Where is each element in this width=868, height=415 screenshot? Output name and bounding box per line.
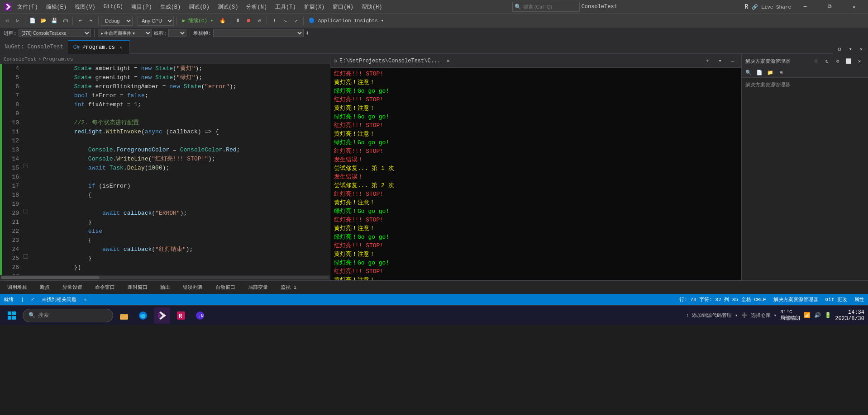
console-close-btn[interactable]: ✕ bbox=[443, 56, 453, 66]
rp-btn3[interactable]: 📁 bbox=[765, 68, 775, 78]
code-lines[interactable]: State amberLight = new State("黄灯"); Stat… bbox=[30, 64, 330, 275]
taskbar-dotnet[interactable]: .N bbox=[192, 307, 208, 324]
menu-view[interactable]: 视图(V) bbox=[72, 2, 98, 12]
code-line-22: else bbox=[32, 227, 330, 236]
console-line-25: 黄灯亮！注意！ bbox=[334, 276, 738, 280]
stack-arrow[interactable]: ⬇ bbox=[305, 29, 309, 37]
taskbar-search[interactable]: 🔍 搜索 bbox=[23, 309, 113, 322]
tab-close-btn[interactable]: ✕ bbox=[856, 44, 866, 54]
menu-debug[interactable]: 调试(D) bbox=[186, 2, 212, 12]
tab-controls: ⊟ ▾ ✕ bbox=[833, 44, 868, 54]
debug-tab-auto[interactable]: 自动窗口 bbox=[212, 283, 239, 292]
debug-tab-locals[interactable]: 局部变量 bbox=[244, 283, 272, 292]
process-dropdown[interactable]: [376] ConsoleTest.exe bbox=[19, 29, 91, 37]
debug-tab-callstack[interactable]: 调用堆栈 bbox=[4, 283, 31, 292]
thread-dropdown[interactable] bbox=[168, 29, 186, 37]
run-btn[interactable]: ▶ 继续(C) ▾ bbox=[179, 16, 217, 26]
tab-split-btn[interactable]: ⊟ bbox=[835, 44, 844, 54]
debug-tab-watch1[interactable]: 监视 1 bbox=[277, 283, 300, 292]
back-btn[interactable]: ◁ bbox=[2, 16, 12, 26]
scrollbar-thumb[interactable] bbox=[1, 276, 100, 279]
cpu-dropdown[interactable]: Any CPU bbox=[138, 16, 174, 26]
forward-btn[interactable]: ▷ bbox=[13, 16, 23, 26]
console-arrow-btn[interactable]: ▾ bbox=[715, 56, 725, 66]
code-line-21: } bbox=[32, 218, 330, 227]
menu-git[interactable]: Git(G) bbox=[101, 3, 126, 11]
flame-btn[interactable]: 🔥 bbox=[218, 16, 228, 26]
debug-tab-errorlist[interactable]: 错误列表 bbox=[179, 283, 206, 292]
debug-tab-breakpoints[interactable]: 断点 bbox=[36, 283, 53, 292]
console-maximize-btn[interactable]: — bbox=[728, 56, 738, 66]
menu-window[interactable]: 窗口(W) bbox=[330, 2, 356, 12]
select-repo[interactable]: ➕ 选择仓库 ▾ bbox=[741, 312, 777, 319]
step-over-btn[interactable]: ⬇ bbox=[269, 16, 279, 26]
search-input[interactable] bbox=[523, 4, 577, 9]
right-panel-refresh[interactable]: ↻ bbox=[822, 56, 832, 66]
menu-extensions[interactable]: 扩展(X) bbox=[301, 2, 328, 12]
taskbar-rider[interactable]: R bbox=[173, 307, 189, 324]
menu-file[interactable]: 文件(F) bbox=[14, 2, 41, 12]
menu-build[interactable]: 生成(B) bbox=[157, 2, 184, 12]
step-out-btn[interactable]: ↗ bbox=[291, 16, 301, 26]
debug-config-dropdown[interactable]: Debug bbox=[101, 16, 133, 26]
tab-list-btn[interactable]: ▾ bbox=[845, 44, 855, 54]
console-line-3: 绿灯亮！Go go go! bbox=[334, 87, 738, 95]
right-panel-maximize[interactable]: ⬜ bbox=[844, 56, 854, 66]
app-insights-btn[interactable]: 🔵 Application Insights ▾ bbox=[306, 16, 386, 26]
tab-nuget[interactable]: NuGet: ConsoleTest bbox=[0, 40, 68, 54]
open-btn[interactable]: 📂 bbox=[38, 16, 48, 26]
menu-edit[interactable]: 编辑(E) bbox=[43, 2, 70, 12]
rp-btn4[interactable]: ⊞ bbox=[776, 68, 786, 78]
save-all-btn[interactable]: 🗃 bbox=[60, 16, 70, 26]
collapse-17[interactable]: − bbox=[24, 209, 28, 213]
restore-button[interactable]: ⧉ bbox=[819, 0, 840, 14]
menu-analyze[interactable]: 分析(N) bbox=[243, 2, 270, 12]
redo-btn[interactable]: ↪ bbox=[86, 16, 96, 26]
debug-tab-immediate[interactable]: 即时窗口 bbox=[124, 283, 151, 292]
menu-test[interactable]: 测试(S) bbox=[215, 2, 241, 12]
status-properties[interactable]: 属性 bbox=[854, 296, 864, 303]
save-btn[interactable]: 💾 bbox=[49, 16, 59, 26]
taskbar-vs[interactable] bbox=[154, 307, 170, 324]
right-panel-home[interactable]: ⌂ bbox=[811, 56, 821, 66]
tab-program[interactable]: C# Program.cs ✕ bbox=[68, 40, 130, 54]
minimize-button[interactable]: — bbox=[795, 0, 816, 14]
status-solution-mgr[interactable]: 解决方案资源管理器 bbox=[773, 296, 818, 303]
new-btn[interactable]: 📄 bbox=[28, 16, 38, 26]
console-line-4: 红灯亮!!! STOP! bbox=[334, 95, 738, 104]
close-button[interactable]: ✕ bbox=[844, 0, 864, 14]
lifecycle-dropdown[interactable]: ▸ 生命周期事件 ▾ bbox=[98, 29, 152, 37]
stack-dropdown[interactable] bbox=[213, 29, 304, 37]
code-line-25: } bbox=[32, 254, 330, 263]
live-share-btn[interactable]: 🔗 Live Share bbox=[752, 4, 791, 10]
status-git-changes[interactable]: Git 更改 bbox=[825, 296, 847, 303]
debug-tab-exceptions[interactable]: 异常设置 bbox=[59, 283, 86, 292]
step-into-btn[interactable]: ↘ bbox=[280, 16, 290, 26]
taskbar-edge[interactable] bbox=[135, 307, 151, 324]
debug-tab-output[interactable]: 输出 bbox=[157, 283, 174, 292]
debug-tab-command[interactable]: 命令窗口 bbox=[91, 283, 119, 292]
pause-btn[interactable]: ⏸ bbox=[233, 16, 243, 26]
menu-project[interactable]: 项目(P) bbox=[129, 2, 155, 12]
tab-close-icon[interactable]: ✕ bbox=[118, 44, 124, 51]
rp-btn1[interactable]: 🔍 bbox=[744, 68, 754, 78]
right-panel-settings[interactable]: ⚙ bbox=[833, 56, 843, 66]
start-button[interactable] bbox=[4, 307, 20, 324]
taskbar-file-explorer[interactable] bbox=[116, 307, 132, 324]
code-line-14: Console.WriteLine("红灯亮!!! STOP!"); bbox=[32, 155, 330, 164]
right-panel-close[interactable]: ✕ bbox=[854, 56, 864, 66]
console-add-btn[interactable]: + bbox=[702, 56, 712, 66]
rp-btn2[interactable]: 📄 bbox=[754, 68, 764, 78]
add-source-control[interactable]: ↑ 添加到源代码管理 ▾ bbox=[686, 312, 738, 319]
console-line-21: 红灯亮!!! STOP! bbox=[334, 241, 738, 250]
code-scrollbar[interactable] bbox=[0, 275, 330, 280]
collapse-22[interactable]: − bbox=[24, 254, 28, 259]
menu-tools[interactable]: 工具(T) bbox=[272, 2, 299, 12]
menu-help[interactable]: 帮助(H) bbox=[359, 2, 385, 12]
collapse-11[interactable]: − bbox=[24, 164, 28, 168]
stop-btn[interactable]: ⏹ bbox=[243, 16, 253, 26]
undo-btn[interactable]: ↩ bbox=[75, 16, 85, 26]
code-line-13: Console.ForegroundColor = ConsoleColor.R… bbox=[32, 146, 330, 155]
search-box[interactable]: 🔍 bbox=[512, 2, 580, 12]
restart-btn[interactable]: ↺ bbox=[254, 16, 264, 26]
